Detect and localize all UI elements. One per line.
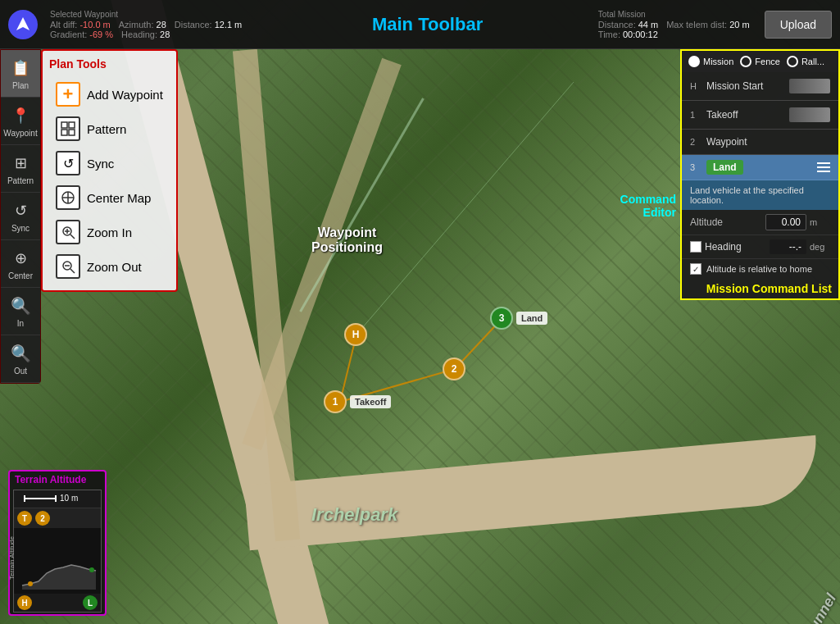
add-waypoint-tool[interactable]: + Add Waypoint: [49, 77, 170, 112]
sync-tool[interactable]: ↺ Sync: [49, 146, 170, 180]
waypoint-3[interactable]: 3 Land: [490, 307, 547, 330]
mission-item-1[interactable]: 1 Takeoff: [682, 101, 838, 130]
terrain-marker-t: T: [17, 511, 32, 526]
zoom-out-tool-icon: [56, 254, 80, 279]
heading-field: Heading --.- deg: [682, 235, 838, 259]
max-telem-field: Max telem dist: 20 m: [666, 20, 749, 30]
fence-radio[interactable]: [740, 56, 751, 67]
terrain-bottom-markers: H L: [14, 594, 101, 612]
mission-h-thumb: [789, 79, 830, 93]
sidebar-item-center[interactable]: ⊕ Center: [1, 240, 40, 288]
svg-rect-4: [61, 122, 67, 128]
mission-item-3-land[interactable]: 3 Land: [682, 155, 838, 180]
waypoint-icon: 📍: [9, 104, 32, 127]
mission-item-2[interactable]: 2 Waypoint: [682, 130, 838, 155]
sync-icon: ↺: [9, 199, 32, 222]
fence-tab[interactable]: Fence: [740, 56, 780, 67]
terrain-marker-h: H: [17, 595, 32, 610]
command-editor-description: Land vehicle at the specified location.: [682, 180, 838, 210]
mission-1-thumb: [789, 107, 830, 122]
sidebar-item-zoom-out[interactable]: 🔍 Out: [1, 335, 40, 383]
main-toolbar: Selected Waypoint Alt diff: -10.0 m Azim…: [0, 0, 840, 49]
center-icon: ⊕: [9, 247, 32, 270]
gradient-field: Gradient: -69 %: [50, 30, 113, 39]
plan-tools-title: Plan Tools: [49, 57, 170, 71]
sidebar-item-sync[interactable]: ↺ Sync: [1, 193, 40, 240]
total-distance-field: Distance: 44 m: [598, 20, 658, 30]
zoom-in-icon: 🔍: [9, 294, 32, 317]
alt-diff-field: Alt diff: -10.0 m: [50, 20, 111, 30]
pattern-icon: ⊞: [9, 152, 32, 175]
sidebar-item-plan[interactable]: 📋 Plan: [1, 50, 40, 98]
waypoint-1-label: Takeoff: [350, 395, 391, 408]
land-badge: Land: [706, 160, 743, 175]
heading-checkbox[interactable]: [690, 241, 702, 253]
plan-tools-panel: Plan Tools + Add Waypoint Pattern ↺ Sync: [41, 49, 178, 292]
selected-waypoint-info: Selected Waypoint Alt diff: -10.0 m Azim…: [50, 10, 242, 39]
sidebar-item-pattern[interactable]: ⊞ Pattern: [1, 145, 40, 193]
add-waypoint-icon: +: [56, 82, 80, 107]
zoom-in-tool-icon: [56, 220, 80, 244]
command-editor-label: CommandEditor: [620, 193, 676, 219]
waypoint-1[interactable]: 1 Takeoff: [324, 390, 391, 413]
mission-command-list-label: Mission Command List: [682, 279, 838, 298]
svg-line-12: [70, 235, 75, 239]
main-toolbar-title: Main Toolbar: [257, 14, 598, 35]
zoom-out-icon: 🔍: [9, 342, 32, 365]
waypoint-positioning-label: WaypointPositioning: [311, 225, 383, 255]
left-sidebar: 📋 Plan 📍 Waypoint ⊞ Pattern ↺ Sync ⊕ Cen…: [0, 49, 41, 384]
svg-line-16: [70, 269, 75, 273]
mission-radio[interactable]: [688, 56, 700, 67]
total-mission-header: Total Mission: [598, 10, 750, 19]
terrain-altitude-panel: Terrain Altitude 10 m T 2 Terrain Al: [8, 470, 107, 616]
terrain-axis-label: Terrain Altitude: [8, 536, 16, 580]
terrain-chart: Terrain Altitude: [14, 528, 101, 594]
waypoint-h[interactable]: H: [344, 323, 367, 346]
zoom-out-tool[interactable]: Zoom Out: [49, 249, 170, 284]
zoom-in-tool[interactable]: Zoom In: [49, 215, 170, 249]
pattern-tool-icon: [56, 116, 80, 141]
svg-rect-7: [69, 130, 75, 135]
upload-button[interactable]: Upload: [765, 11, 832, 39]
mission-item-h[interactable]: H Mission Start: [682, 72, 838, 101]
selected-waypoint-header: Selected Waypoint: [50, 10, 242, 19]
waypoint-3-label: Land: [516, 312, 547, 325]
altitude-relative-checkbox[interactable]: ✓: [690, 263, 702, 275]
land-menu-icon[interactable]: [817, 162, 830, 172]
time-field: Time: 00:00:12: [598, 30, 658, 39]
sidebar-item-zoom-in[interactable]: 🔍 In: [1, 288, 40, 335]
center-map-tool[interactable]: Center Map: [49, 180, 170, 215]
park-label: Irchelpark: [311, 504, 397, 526]
mission-tabs: Mission Fence Rall...: [682, 51, 838, 72]
svg-point-20: [89, 567, 94, 572]
azimuth-field: Azimuth: 28: [119, 20, 166, 30]
rally-tab[interactable]: Rall...: [787, 56, 824, 67]
center-map-icon: [56, 185, 80, 210]
sync-tool-icon: ↺: [56, 151, 80, 175]
svg-rect-5: [69, 122, 75, 128]
app-logo: [8, 10, 38, 39]
terrain-marker-l: L: [83, 595, 98, 610]
altitude-field: Altitude m: [682, 210, 838, 235]
svg-marker-18: [22, 565, 96, 590]
terrain-chart-area: 10 m T 2 Terrain Altitude H L: [13, 490, 102, 613]
plan-icon: 📋: [9, 57, 32, 80]
heading-field: Heading: 28: [121, 30, 170, 39]
sidebar-item-waypoint[interactable]: 📍 Waypoint: [1, 98, 40, 145]
rally-radio[interactable]: [787, 56, 798, 67]
pattern-tool[interactable]: Pattern: [49, 112, 170, 146]
mission-command-list-panel: Mission Fence Rall... H Mission Start 1 …: [680, 49, 840, 300]
distance-field: Distance: 12.1 m: [175, 20, 243, 30]
terrain-marker-2: 2: [35, 511, 50, 526]
total-mission-info: Total Mission Distance: 44 m Max telem d…: [598, 10, 750, 39]
svg-point-19: [28, 581, 33, 586]
mission-tab[interactable]: Mission: [688, 56, 733, 67]
waypoint-2[interactable]: 2: [443, 358, 465, 380]
terrain-title: Terrain Altitude: [10, 471, 105, 488]
svg-rect-6: [61, 130, 67, 135]
altitude-relative-field: ✓ Altitude is relative to home: [682, 259, 838, 279]
terrain-scale-label: 10 m: [14, 490, 101, 508]
altitude-input[interactable]: [765, 214, 806, 230]
